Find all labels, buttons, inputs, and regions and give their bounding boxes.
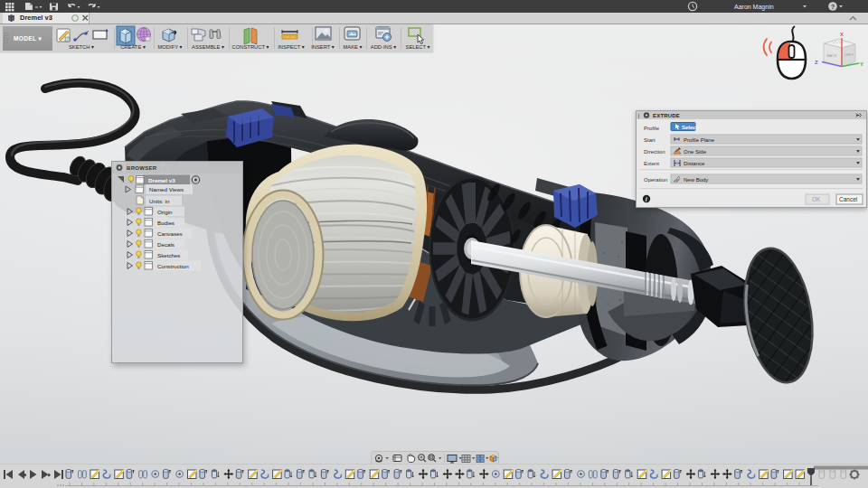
svg-text:Dremel v3: Dremel v3: [148, 177, 175, 183]
svg-text:MODIFY ▾: MODIFY ▾: [158, 44, 183, 50]
svg-text:CREATE ▾: CREATE ▾: [120, 44, 146, 50]
svg-text:Aaron Magnin: Aaron Magnin: [734, 4, 774, 11]
svg-text:BACK: BACK: [827, 53, 838, 58]
svg-text:Origin: Origin: [157, 209, 173, 215]
svg-text:Profile: Profile: [644, 126, 660, 131]
svg-text:Sketches: Sketches: [157, 252, 180, 258]
svg-text:CONSTRUCT ▾: CONSTRUCT ▾: [232, 44, 269, 50]
svg-text:ASSEMBLE ▾: ASSEMBLE ▾: [192, 44, 224, 50]
svg-text:Construction: Construction: [157, 263, 189, 269]
svg-text:SKETCH ▾: SKETCH ▾: [69, 44, 94, 50]
svg-text:Direction: Direction: [644, 149, 665, 155]
svg-text:INSERT ▾: INSERT ▾: [311, 44, 335, 50]
svg-text:EXTRUDE: EXTRUDE: [653, 113, 680, 118]
svg-text:X: X: [840, 32, 844, 37]
svg-text:OK: OK: [812, 196, 821, 202]
svg-text:Decals: Decals: [157, 241, 175, 248]
svg-text:LEFT: LEFT: [844, 52, 854, 57]
svg-text:MAKE ▾: MAKE ▾: [344, 44, 363, 50]
svg-text:Select: Select: [682, 125, 698, 130]
svg-text:Distance: Distance: [684, 161, 705, 166]
svg-text:BROWSER: BROWSER: [127, 165, 157, 171]
svg-text:New Body: New Body: [684, 177, 708, 183]
svg-text:SELECT ▾: SELECT ▾: [406, 44, 430, 50]
svg-text:Z: Z: [815, 60, 818, 65]
svg-text:Units: in: Units: in: [149, 198, 170, 204]
svg-text:Y: Y: [860, 61, 863, 67]
svg-text:Profile Plane: Profile Plane: [684, 137, 715, 143]
svg-text:Extent: Extent: [644, 161, 659, 166]
svg-text:?: ?: [831, 3, 835, 11]
svg-text:Canvases: Canvases: [157, 230, 183, 237]
svg-text:Start: Start: [644, 137, 656, 143]
svg-text:One Side: One Side: [684, 149, 707, 155]
svg-text:i: i: [646, 196, 647, 202]
svg-text:INSPECT ▾: INSPECT ▾: [278, 44, 305, 50]
svg-text:ADD-INS ▾: ADD-INS ▾: [371, 44, 396, 50]
svg-text:Cancel: Cancel: [839, 196, 858, 202]
svg-text:Operation: Operation: [644, 177, 667, 183]
svg-text:Named Views: Named Views: [149, 186, 184, 192]
svg-text:Bodies: Bodies: [157, 220, 175, 226]
